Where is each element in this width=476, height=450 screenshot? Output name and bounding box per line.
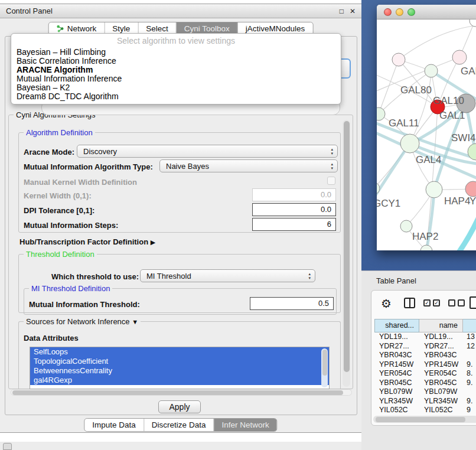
settings-scrollbar-thumb[interactable] (344, 121, 350, 372)
control-panel-titlebar[interactable]: Control Panel □ ✕ (0, 4, 361, 18)
table-row[interactable]: YIL052CYIL052C9 (374, 406, 476, 415)
tab-label: Impute Data (92, 420, 136, 429)
tab-label: Style (112, 24, 130, 33)
aracne-mode-combo[interactable]: Discovery ▴▾ (77, 145, 338, 158)
table-row[interactable]: YPR145WYPR145W9. (374, 360, 476, 370)
table-row[interactable]: YBL079WYBL079W (374, 387, 476, 397)
table-row[interactable]: YDR27...YDR27...12 (374, 342, 476, 351)
attributes-list-scrollbar[interactable] (321, 348, 328, 387)
algorithm-option-dream8-dc-tdc-algorithm[interactable]: Dream8 DC_TDC Algorithm (11, 92, 341, 101)
algorithm-option-mutual-information-inference[interactable]: Mutual Information Inference (11, 74, 341, 83)
algorithm-option-basic-correlation-inference[interactable]: Basic Correlation Inference (11, 57, 341, 66)
hub-expand-icon[interactable]: ▶ (151, 239, 155, 246)
table-row[interactable]: YBR043CYBR043C (374, 351, 476, 360)
network-node[interactable] (470, 19, 476, 27)
column-header-shared[interactable]: shared... (374, 319, 419, 332)
network-edge[interactable] (377, 144, 410, 203)
apply-button[interactable]: Apply (158, 400, 201, 413)
minimized-panel-icon[interactable] (3, 443, 12, 450)
algorithm-dropdown: Select algorithm to view settings Bayesi… (11, 33, 341, 105)
manual-kernel-width-checkbox[interactable] (327, 177, 335, 185)
data-attributes-label: Data Attributes (24, 334, 79, 343)
mi-algorithm-type-combo[interactable]: Naive Bayes ▴▾ (159, 159, 338, 172)
which-threshold-combo[interactable]: MI Threshold ▴▾ (140, 269, 315, 282)
table-row[interactable]: YBR045CYBR045C9. (374, 379, 476, 388)
network-node-gal80[interactable] (392, 53, 405, 66)
table-row[interactable]: YLR345WYLR345W9. (374, 397, 476, 406)
table-cell: YIL052C (374, 406, 419, 415)
table-cell (463, 351, 476, 360)
table-cell: YBL079W (374, 387, 419, 397)
close-window-icon[interactable]: ✕ (350, 7, 356, 15)
bottom-strip (0, 442, 361, 450)
table-cell: YDL19... (374, 332, 419, 342)
table-row[interactable]: YDL19...YDL19...13 (374, 332, 476, 342)
network-edge[interactable] (379, 60, 399, 114)
sources-group: Sources for Network Inference ▼ Data Att… (18, 321, 341, 390)
traffic-light-minimize-icon[interactable] (396, 8, 403, 16)
network-canvas[interactable]: GALGAL80GAL10GAL1GAL11GAL4SWI4GCY1HAP4YH… (377, 19, 476, 250)
network-edge[interactable] (445, 214, 476, 250)
column-header-name[interactable]: name (419, 319, 463, 332)
gear-icon[interactable]: ⚙ (381, 296, 392, 311)
columns-icon[interactable] (404, 298, 415, 308)
table-cell: YIL052C (419, 406, 463, 415)
tab-impute-data[interactable]: Impute Data (84, 419, 144, 431)
network-node-y[interactable] (465, 181, 476, 197)
network-node-gal4[interactable] (400, 134, 419, 153)
settings-vertical-scrollbar[interactable] (343, 120, 350, 387)
traffic-light-zoom-icon[interactable] (407, 8, 415, 16)
network-node-hap2[interactable] (400, 220, 412, 232)
attribute-item-topologicalcoefficient[interactable]: TopologicalCoefficient (30, 357, 329, 366)
network-node-gal[interactable] (452, 50, 467, 64)
column-header-a[interactable]: A (463, 319, 476, 332)
attribute-item-betweennesscentrality[interactable]: BetweennessCentrality (30, 366, 329, 376)
network-node-gal10[interactable] (425, 64, 438, 77)
checkbox-checked-icon[interactable]: ✓ (423, 299, 431, 306)
algorithm-option-bayesian-k2[interactable]: Bayesian – K2 (11, 83, 341, 92)
algorithm-option-bayesian-hill-climbing[interactable]: Bayesian – Hill Climbing (11, 48, 341, 57)
attributes-scrollbar-thumb[interactable] (322, 350, 327, 376)
network-node[interactable] (420, 245, 432, 250)
table-cell: YLR345W (374, 397, 419, 406)
mi-threshold-field[interactable]: 0.5 (250, 297, 334, 310)
network-node-hap4[interactable] (426, 181, 442, 198)
tab-infer-network[interactable]: Infer Network (214, 419, 276, 431)
network-node-gcy1[interactable] (377, 182, 380, 194)
mi-steps-field[interactable]: 6 (252, 218, 336, 231)
node-table: shared...nameA YDL19...YDL19...13YDR27..… (374, 319, 476, 415)
checkbox-unchecked-icon[interactable] (458, 299, 465, 306)
settings-horizontal-scrollbar[interactable] (11, 389, 352, 396)
tab-discretize-data[interactable]: Discretize Data (144, 419, 214, 431)
network-node-label: GAL80 (400, 84, 432, 96)
dpi-tolerance-label: DPI Tolerance [0,1]: (24, 206, 94, 215)
algorithm-option-aracne-algorithm[interactable]: ARACNE Algorithm (11, 66, 341, 74)
which-threshold-value: MI Threshold (146, 272, 191, 281)
hub-definition-expander[interactable]: Hub/Transcription Factor Definition ▶ (19, 237, 155, 246)
stepper-icon: ▴▾ (331, 147, 333, 155)
network-node-label: SWI4 (451, 132, 476, 144)
table-cell: 9 (463, 406, 476, 415)
data-attributes-list[interactable]: SelfLoopsTopologicalCoefficientBetweenne… (30, 347, 330, 389)
attribute-item-selfloops[interactable]: SelfLoops (30, 347, 329, 357)
network-node-label: HAP4 (444, 195, 470, 207)
network-window-titlebar[interactable] (377, 5, 476, 19)
traffic-light-close-icon[interactable] (384, 8, 392, 16)
network-node-label: GAL10 (433, 95, 464, 106)
checkbox-checked-icon[interactable]: ✓ (433, 299, 440, 306)
float-window-icon[interactable]: □ (340, 7, 344, 15)
hscrollbar-thumb[interactable] (12, 390, 343, 395)
table-cell: YLR345W (419, 397, 463, 406)
stepper-icon: ▴▾ (331, 162, 333, 170)
table-horizontal-scrollbar[interactable] (373, 416, 476, 423)
kernel-width-field[interactable]: 0.0 (252, 188, 336, 201)
document-icon[interactable] (470, 296, 476, 309)
table-row[interactable]: YER054CYER054C8. (374, 369, 476, 379)
dpi-tolerance-field[interactable]: 0.0 (252, 203, 336, 216)
attribute-item-gal4rgexp[interactable]: gal4RGexp (30, 376, 329, 385)
sources-collapse-icon[interactable]: ▼ (132, 318, 138, 325)
checkbox-unchecked-icon[interactable] (448, 299, 455, 306)
table-hscrollbar-thumb[interactable] (376, 417, 465, 422)
table-cell: 13 (463, 332, 476, 342)
network-node-label: GAL4 (416, 154, 441, 165)
